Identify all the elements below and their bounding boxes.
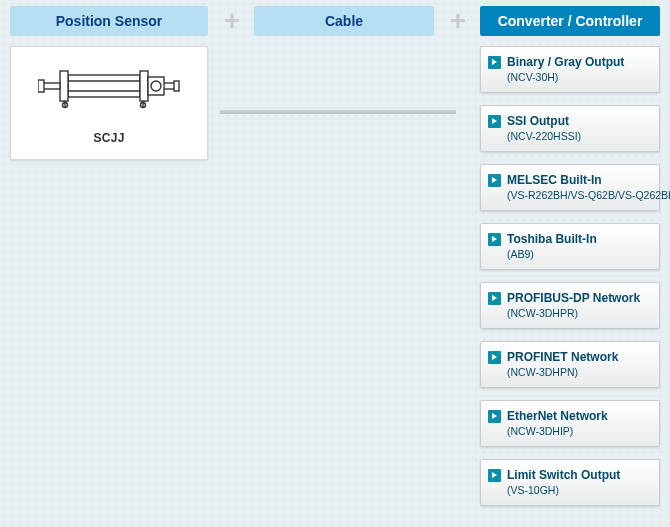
- plus-icon: +: [444, 7, 472, 35]
- conv-item-title: Limit Switch Output: [507, 468, 651, 482]
- arrow-right-icon: [488, 174, 501, 187]
- cable-connector-line: [220, 110, 456, 114]
- conv-item-title: SSI Output: [507, 114, 651, 128]
- header-converter: Converter / Controller: [480, 6, 660, 36]
- converter-list: Binary / Gray Output (NCV-30H) SSI Outpu…: [480, 46, 660, 506]
- conv-item-title: Binary / Gray Output: [507, 55, 651, 69]
- conv-item-sub: (AB9): [507, 248, 651, 261]
- conv-item-sub: (NCW-3DHPR): [507, 307, 651, 320]
- svg-rect-15: [174, 81, 179, 91]
- conv-item-sub: (NCV-220HSSI): [507, 130, 651, 143]
- svg-rect-6: [38, 80, 44, 92]
- conv-item-melsec[interactable]: MELSEC Built-In (VS-R262BH/VS-Q62B/VS-Q2…: [480, 164, 660, 211]
- conv-item-limit-switch[interactable]: Limit Switch Output (VS-10GH): [480, 459, 660, 506]
- sensor-card[interactable]: SCJJ: [10, 46, 208, 160]
- sensor-diagram-icon: [38, 63, 180, 109]
- svg-rect-3: [60, 71, 68, 101]
- svg-rect-0: [68, 75, 140, 97]
- svg-rect-5: [42, 83, 60, 89]
- conv-item-sub: (NCW-3DHPN): [507, 366, 651, 379]
- arrow-right-icon: [488, 56, 501, 69]
- arrow-right-icon: [488, 292, 501, 305]
- sensor-label: SCJJ: [21, 131, 197, 145]
- plus-icon: +: [218, 7, 246, 35]
- svg-point-12: [151, 81, 161, 91]
- conv-item-profinet[interactable]: PROFINET Network (NCW-3DHPN): [480, 341, 660, 388]
- conv-item-title: EtherNet Network: [507, 409, 651, 423]
- svg-rect-4: [140, 71, 148, 101]
- column-cable: Cable: [254, 6, 434, 36]
- conv-item-sub: (NCV-30H): [507, 71, 651, 84]
- conv-item-title: Toshiba Built-In: [507, 232, 651, 246]
- arrow-right-icon: [488, 469, 501, 482]
- conv-item-title: PROFINET Network: [507, 350, 651, 364]
- conv-item-title: PROFIBUS-DP Network: [507, 291, 651, 305]
- column-position-sensor: Position Sensor SCJJ: [10, 6, 208, 160]
- arrow-right-icon: [488, 351, 501, 364]
- header-cable: Cable: [254, 6, 434, 36]
- column-converter: Converter / Controller Binary / Gray Out…: [480, 6, 660, 518]
- conv-item-sub: (VS-R262BH/VS-Q62B/VS-Q262BH): [507, 189, 651, 202]
- conv-item-binary-gray[interactable]: Binary / Gray Output (NCV-30H): [480, 46, 660, 93]
- conv-item-title: MELSEC Built-In: [507, 173, 651, 187]
- header-position-sensor: Position Sensor: [10, 6, 208, 36]
- conv-item-sub: (VS-10GH): [507, 484, 651, 497]
- arrow-right-icon: [488, 410, 501, 423]
- arrow-right-icon: [488, 115, 501, 128]
- conv-item-toshiba[interactable]: Toshiba Built-In (AB9): [480, 223, 660, 270]
- conv-item-ssi[interactable]: SSI Output (NCV-220HSSI): [480, 105, 660, 152]
- conv-item-ethernet[interactable]: EtherNet Network (NCW-3DHIP): [480, 400, 660, 447]
- conv-item-sub: (NCW-3DHIP): [507, 425, 651, 438]
- arrow-right-icon: [488, 233, 501, 246]
- conv-item-profibus[interactable]: PROFIBUS-DP Network (NCW-3DHPR): [480, 282, 660, 329]
